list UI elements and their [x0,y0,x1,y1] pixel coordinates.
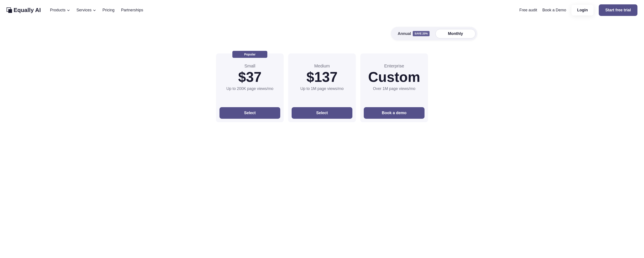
billing-toggle: Annual SAVE 20% Monthly [391,27,477,40]
billing-toggle-row: Annual SAVE 20% Monthly [167,27,477,40]
plan-desc: Up to 200K page views/mo [220,86,280,91]
login-button[interactable]: Login [572,5,594,15]
start-trial-button[interactable]: Start free trial [599,4,638,16]
chevron-down-icon [67,9,70,12]
brand-logo-icon [6,7,12,13]
brand[interactable]: Equally AI [6,7,41,13]
toggle-annual[interactable]: Annual SAVE 20% [392,29,434,39]
plan-name: Medium [292,64,352,69]
toggle-monthly[interactable]: Monthly [436,29,476,38]
svg-rect-1 [8,9,12,13]
toggle-annual-label: Annual [398,31,411,36]
plan-small: Popular Small $37 Up to 200K page views/… [216,53,284,122]
nav-book-demo[interactable]: Book a Demo [542,8,566,12]
nav-pricing-label: Pricing [102,8,114,12]
save-badge: SAVE 20% [413,31,430,36]
nav-pricing[interactable]: Pricing [102,8,114,12]
nav-products-label: Products [50,8,66,12]
header: Equally AI Products Services Pricing Par… [0,0,644,20]
brand-name: Equally AI [14,7,41,13]
nav-partnerships[interactable]: Partnerships [121,8,143,12]
plan-price: Custom [364,69,424,85]
nav-left: Products Services Pricing Partnerships [50,8,143,12]
plan-medium: Medium $137 Up to 1M page views/mo Selec… [288,53,356,122]
plan-name: Enterprise [364,64,424,69]
plan-price: $137 [292,69,352,85]
main: Annual SAVE 20% Monthly Popular Small $3… [160,20,484,135]
plan-enterprise: Enterprise Custom Over 1M page views/mo … [360,53,428,122]
plan-book-demo-button[interactable]: Book a demo [364,107,424,119]
plan-desc: Up to 1M page views/mo [292,86,352,91]
nav-services[interactable]: Services [76,8,96,12]
toggle-monthly-label: Monthly [448,31,463,36]
nav-free-audit[interactable]: Free audit [520,8,537,12]
plan-name: Small [220,64,280,69]
nav-services-label: Services [76,8,92,12]
plan-select-button[interactable]: Select [292,107,352,119]
plan-select-button[interactable]: Select [220,107,280,119]
nav-right: Free audit Book a Demo Login Start free … [520,4,638,16]
nav-products[interactable]: Products [50,8,70,12]
chevron-down-icon [93,9,96,12]
popular-badge: Popular [232,51,267,58]
nav-partnerships-label: Partnerships [121,8,143,12]
plan-desc: Over 1M page views/mo [364,86,424,91]
plans: Popular Small $37 Up to 200K page views/… [167,53,477,122]
plan-price: $37 [220,69,280,85]
